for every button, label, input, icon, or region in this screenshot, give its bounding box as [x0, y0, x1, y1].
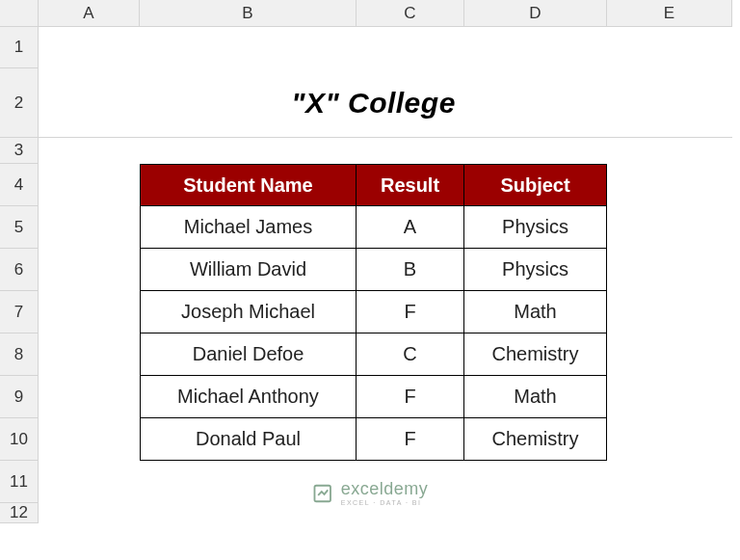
- cell-B12[interactable]: [140, 503, 357, 523]
- cell-A10[interactable]: [39, 418, 140, 461]
- cell-A11[interactable]: [39, 461, 140, 503]
- cell-B3[interactable]: [140, 138, 357, 164]
- cell-D3[interactable]: [464, 138, 607, 164]
- cell-E11[interactable]: [607, 461, 732, 503]
- col-header-E[interactable]: E: [607, 0, 732, 27]
- cell-A6[interactable]: [39, 249, 140, 291]
- row-header-4[interactable]: 4: [0, 164, 39, 206]
- cell-A3[interactable]: [39, 138, 140, 164]
- cell-E3[interactable]: [607, 138, 732, 164]
- title-cell[interactable]: "X" College: [140, 68, 607, 138]
- row-header-7[interactable]: 7: [0, 291, 39, 333]
- row-header-5[interactable]: 5: [0, 206, 39, 249]
- table-row[interactable]: Math: [464, 376, 607, 418]
- row-header-2[interactable]: 2: [0, 68, 39, 138]
- cell-B11[interactable]: [140, 461, 357, 503]
- cell-A8[interactable]: [39, 333, 140, 376]
- cell-E2[interactable]: [607, 68, 732, 138]
- row-header-3[interactable]: 3: [0, 138, 39, 164]
- table-row[interactable]: Chemistry: [464, 418, 607, 461]
- cell-E8[interactable]: [607, 333, 732, 376]
- row-header-1[interactable]: 1: [0, 27, 39, 68]
- cell-E10[interactable]: [607, 418, 732, 461]
- cell-E12[interactable]: [607, 503, 732, 523]
- table-row[interactable]: Physics: [464, 206, 607, 249]
- cell-A1[interactable]: [39, 27, 140, 68]
- table-row[interactable]: F: [357, 376, 464, 418]
- table-header-name[interactable]: Student Name: [140, 164, 357, 206]
- table-row[interactable]: F: [357, 418, 464, 461]
- cell-C11[interactable]: [357, 461, 464, 503]
- cell-E7[interactable]: [607, 291, 732, 333]
- col-header-D[interactable]: D: [464, 0, 607, 27]
- cell-E5[interactable]: [607, 206, 732, 249]
- row-header-10[interactable]: 10: [0, 418, 39, 461]
- col-header-B[interactable]: B: [140, 0, 357, 27]
- cell-D1[interactable]: [464, 27, 607, 68]
- cell-D12[interactable]: [464, 503, 607, 523]
- cell-A4[interactable]: [39, 164, 140, 206]
- table-header-result[interactable]: Result: [357, 164, 464, 206]
- table-row[interactable]: Joseph Michael: [140, 291, 357, 333]
- col-header-A[interactable]: A: [39, 0, 140, 27]
- col-header-C[interactable]: C: [357, 0, 464, 27]
- row-header-12[interactable]: 12: [0, 503, 39, 523]
- table-row[interactable]: Michael Anthony: [140, 376, 357, 418]
- cell-E4[interactable]: [607, 164, 732, 206]
- cell-C12[interactable]: [357, 503, 464, 523]
- table-row[interactable]: Math: [464, 291, 607, 333]
- table-row[interactable]: C: [357, 333, 464, 376]
- spreadsheet-grid: A B C D E 1 2 "X" College 3 4 Student Na…: [0, 0, 740, 523]
- row-header-6[interactable]: 6: [0, 249, 39, 291]
- table-header-subject[interactable]: Subject: [464, 164, 607, 206]
- cell-A5[interactable]: [39, 206, 140, 249]
- cell-A2[interactable]: [39, 68, 140, 138]
- table-row[interactable]: William David: [140, 249, 357, 291]
- row-header-8[interactable]: 8: [0, 333, 39, 376]
- table-row[interactable]: A: [357, 206, 464, 249]
- table-row[interactable]: Daniel Defoe: [140, 333, 357, 376]
- cell-A7[interactable]: [39, 291, 140, 333]
- select-all-corner[interactable]: [0, 0, 39, 27]
- table-row[interactable]: Donald Paul: [140, 418, 357, 461]
- cell-E6[interactable]: [607, 249, 732, 291]
- cell-B1[interactable]: [140, 27, 357, 68]
- row-header-9[interactable]: 9: [0, 376, 39, 418]
- cell-D11[interactable]: [464, 461, 607, 503]
- table-row[interactable]: B: [357, 249, 464, 291]
- table-row[interactable]: Michael James: [140, 206, 357, 249]
- cell-E9[interactable]: [607, 376, 732, 418]
- table-row[interactable]: Chemistry: [464, 333, 607, 376]
- cell-E1[interactable]: [607, 27, 732, 68]
- cell-C1[interactable]: [357, 27, 464, 68]
- row-header-11[interactable]: 11: [0, 461, 39, 503]
- cell-A12[interactable]: [39, 503, 140, 523]
- cell-C3[interactable]: [357, 138, 464, 164]
- cell-A9[interactable]: [39, 376, 140, 418]
- table-row[interactable]: F: [357, 291, 464, 333]
- table-row[interactable]: Physics: [464, 249, 607, 291]
